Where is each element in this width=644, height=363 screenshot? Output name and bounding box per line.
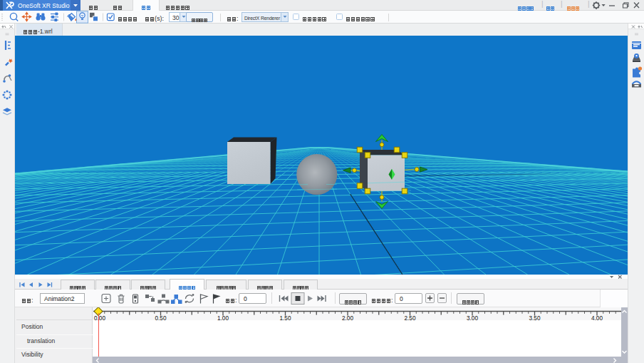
svg-text:2.50: 2.50 [405, 315, 416, 322]
svg-text:3.50: 3.50 [529, 315, 541, 322]
svg-text:2.00: 2.00 [342, 315, 353, 322]
svg-text:1.00: 1.00 [217, 315, 229, 322]
svg-text:1.50: 1.50 [280, 315, 291, 322]
svg-text:0.00: 0.00 [94, 315, 105, 322]
svg-text:0.50: 0.50 [155, 315, 167, 322]
svg-text:4.00: 4.00 [591, 315, 603, 322]
svg-text:3.00: 3.00 [467, 315, 478, 322]
